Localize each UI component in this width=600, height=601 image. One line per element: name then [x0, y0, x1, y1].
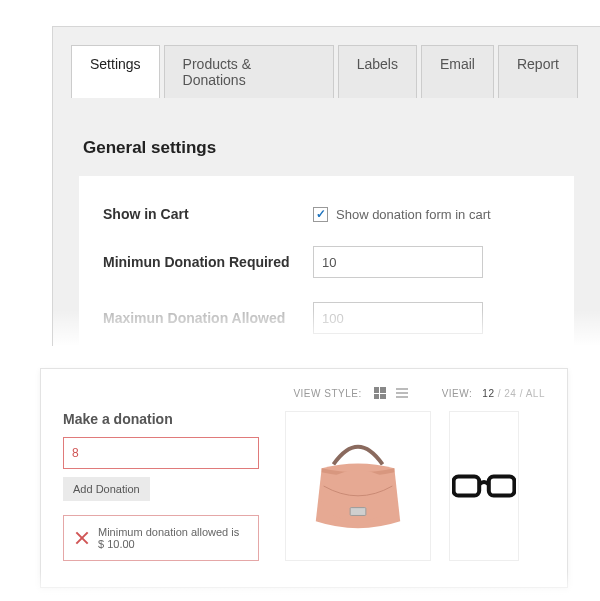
- view-style-label: VIEW STYLE:: [293, 388, 361, 399]
- tab-settings[interactable]: Settings: [71, 45, 160, 98]
- product-glasses[interactable]: [449, 411, 519, 561]
- donation-amount-input[interactable]: [63, 437, 259, 469]
- grid-view-icon[interactable]: [374, 387, 386, 399]
- view-count-options[interactable]: 12 / 24 / ALL: [482, 388, 545, 399]
- shop-preview-card: VIEW STYLE: VIEW: 12 / 24 / ALL Make a d…: [40, 368, 568, 588]
- tabbar: Settings Products & Donations Labels Ema…: [53, 27, 600, 98]
- row-max-donation: Maximun Donation Allowed: [103, 290, 550, 346]
- product-bag[interactable]: [285, 411, 431, 561]
- tab-email[interactable]: Email: [421, 45, 494, 98]
- bag-icon: [304, 436, 412, 536]
- view-label: VIEW:: [442, 388, 473, 399]
- input-max-donation[interactable]: [313, 302, 483, 334]
- error-x-icon: [74, 530, 90, 546]
- row-show-in-cart: Show in Cart ✓ Show donation form in car…: [103, 194, 550, 234]
- tab-report[interactable]: Report: [498, 45, 578, 98]
- tab-products-donations[interactable]: Products & Donations: [164, 45, 334, 98]
- svg-rect-2: [454, 476, 480, 495]
- glasses-icon: [452, 466, 516, 506]
- admin-settings-panel: Settings Products & Donations Labels Ema…: [52, 26, 600, 346]
- donation-error-text: Minimum donation allowed is $ 10.00: [98, 526, 248, 550]
- panel-body: General settings Show in Cart ✓ Show don…: [53, 98, 600, 390]
- donation-title: Make a donation: [63, 411, 259, 427]
- form-card: Show in Cart ✓ Show donation form in car…: [79, 176, 574, 364]
- add-donation-button[interactable]: Add Donation: [63, 477, 150, 501]
- tab-labels[interactable]: Labels: [338, 45, 417, 98]
- product-grid: [285, 411, 545, 561]
- input-min-donation[interactable]: [313, 246, 483, 278]
- section-title: General settings: [83, 138, 570, 158]
- list-view-icon[interactable]: [396, 388, 408, 398]
- checkbox-show-in-cart[interactable]: ✓: [313, 207, 328, 222]
- donation-error-box: Minimum donation allowed is $ 10.00: [63, 515, 259, 561]
- label-show-in-cart: Show in Cart: [103, 206, 313, 222]
- svg-rect-3: [489, 476, 515, 495]
- label-min-donation: Minimun Donation Required: [103, 254, 313, 270]
- shop-toolbar: VIEW STYLE: VIEW: 12 / 24 / ALL: [63, 387, 545, 399]
- label-max-donation: Maximun Donation Allowed: [103, 310, 313, 326]
- svg-rect-1: [350, 508, 366, 516]
- donation-widget: Make a donation Add Donation Minimum don…: [63, 411, 259, 561]
- row-min-donation: Minimun Donation Required: [103, 234, 550, 290]
- checkbox-label-show-in-cart: Show donation form in cart: [336, 207, 491, 222]
